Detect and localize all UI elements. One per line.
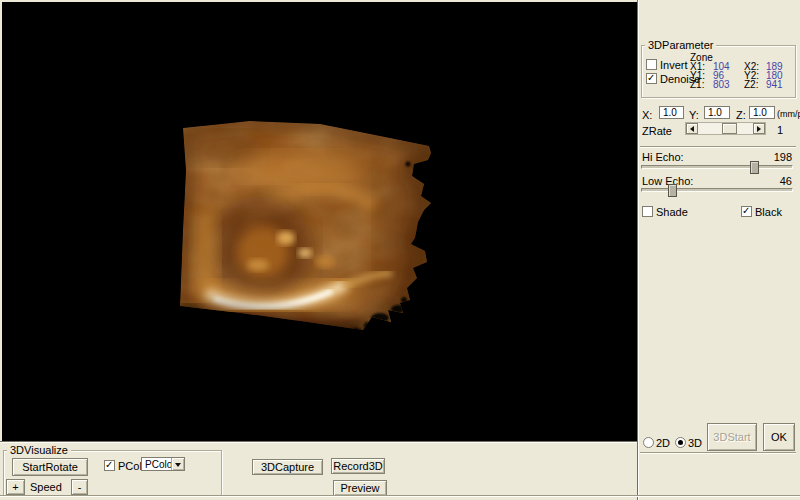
invert-checkbox[interactable] (646, 59, 657, 70)
hi-echo-slider-thumb[interactable] (750, 161, 759, 174)
pcolor-checkbox[interactable] (104, 460, 115, 471)
zone-z2-value: 941 (766, 80, 783, 89)
render-viewport[interactable] (2, 2, 637, 441)
zrate-scrollbar-thumb[interactable] (722, 123, 737, 134)
x-scale-input[interactable] (659, 106, 684, 119)
pcolor-dropdown-button[interactable] (171, 458, 184, 470)
bottom-toolbar: 3DVisualize StartRotate + Speed - PColor… (0, 441, 637, 500)
black-checkbox[interactable] (741, 206, 752, 217)
scale-unit-label: (mm/p) (777, 110, 800, 119)
window-bottom-edge (0, 495, 800, 497)
zrate-label: ZRate (642, 126, 672, 137)
separator (640, 146, 796, 148)
view-2d-label: 2D (656, 438, 670, 449)
hi-echo-value: 198 (766, 152, 792, 163)
scroll-left-icon (687, 126, 694, 132)
speed-label: Speed (30, 482, 62, 493)
x-scale-label: X: (642, 110, 652, 121)
capture-3d-button[interactable]: 3DCapture (252, 459, 323, 475)
zone-z1-value: 803 (713, 80, 730, 89)
ok-button[interactable]: OK (763, 423, 795, 451)
pcolor-dropdown[interactable]: PColor (141, 457, 185, 471)
low-echo-slider[interactable] (641, 188, 793, 192)
scroll-right-icon (757, 126, 764, 132)
visualize-group-title: 3DVisualize (7, 444, 71, 456)
start-rotate-button[interactable]: StartRotate (12, 458, 88, 476)
view-2d-radio[interactable] (643, 437, 654, 448)
parameter-panel: 3DParameter Invert Denoise Zone X1: 104 … (637, 0, 800, 500)
preview-button[interactable]: Preview (333, 480, 387, 496)
zrate-scroll-right-button[interactable] (753, 123, 765, 134)
ultrasound-render (2, 2, 637, 441)
zone-z1-label: Z1: (690, 80, 704, 89)
parameter-groupbox: 3DParameter Invert Denoise Zone X1: 104 … (641, 45, 796, 98)
denoise-checkbox[interactable] (646, 73, 657, 84)
zrate-scrollbar[interactable] (685, 122, 766, 135)
parameter-group-title: 3DParameter (645, 39, 716, 51)
zrate-value: 1 (777, 125, 783, 136)
low-echo-value: 46 (766, 176, 792, 187)
separator (640, 452, 796, 454)
black-label: Black (755, 207, 782, 218)
zrate-scroll-left-button[interactable] (686, 123, 698, 134)
chevron-down-icon (175, 463, 181, 470)
record-3d-button[interactable]: Record3D (331, 458, 385, 474)
z-scale-label: Z: (736, 110, 746, 121)
invert-label: Invert (660, 60, 688, 71)
start-3d-button[interactable]: 3DStart (707, 423, 757, 451)
speed-increase-button[interactable]: + (6, 479, 25, 495)
view-3d-radio[interactable] (675, 437, 686, 448)
view-3d-label: 3D (688, 438, 702, 449)
speed-decrease-button[interactable]: - (71, 479, 88, 495)
y-scale-label: Y: (689, 110, 699, 121)
hi-echo-slider[interactable] (641, 165, 793, 169)
hi-echo-label: Hi Echo: (642, 152, 684, 163)
low-echo-slider-thumb[interactable] (668, 184, 677, 197)
zone-z2-label: Z2: (744, 80, 758, 89)
z-scale-input[interactable] (749, 106, 775, 119)
y-scale-input[interactable] (704, 106, 730, 119)
shade-checkbox[interactable] (642, 206, 653, 217)
shade-label: Shade (656, 207, 688, 218)
